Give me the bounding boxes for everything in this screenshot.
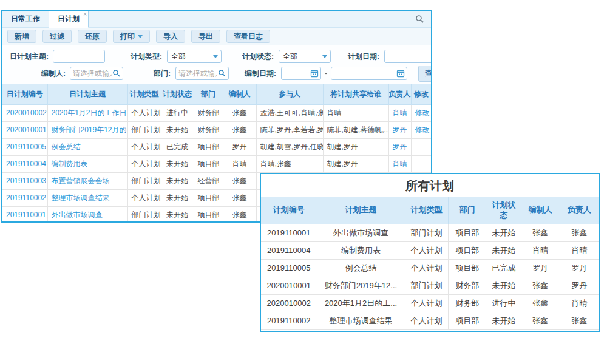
plan-subject[interactable]: 财务部门2019年12月的... — [47, 121, 127, 138]
owner-header: 负责人 — [560, 197, 599, 224]
author: 肖晴 — [223, 155, 256, 172]
plan-id[interactable]: 2020010002 — [2, 104, 47, 121]
plan-status-header: 计划状态 — [487, 197, 521, 224]
plan-status: 已完成 — [161, 138, 194, 155]
plan-type: 部门计划 — [127, 172, 161, 189]
plan-id[interactable]: 2019110005 — [2, 138, 47, 155]
toolbar: 新增 过滤 还原 打印 导入 导出 查看日志 — [2, 28, 431, 46]
plan-type: 个人计划 — [405, 294, 448, 312]
department-header: 部门 — [448, 197, 487, 224]
owner[interactable]: 肖晴 — [388, 104, 411, 121]
plan-subject[interactable]: 布置营销展会会场 — [47, 172, 127, 189]
plan-type: 个人计划 — [127, 155, 161, 172]
calendar-icon[interactable] — [310, 69, 319, 78]
filter-row-1: 日计划主题: 计划类型: 全部 计划状态: 全部 计划日期: — [2, 48, 431, 65]
tab-close-icon[interactable]: × — [83, 11, 87, 18]
table-row: 2019110002整理市场调查结果个人计划项目部未开始张鑫张鑫 — [261, 312, 599, 329]
plan-type: 个人计划 — [405, 241, 448, 259]
plan-id-header: 日计划编号 — [2, 84, 47, 104]
table-row: 2019110005例会总结个人计划已完成项目部罗丹胡建,胡雪,罗丹,任晓...… — [2, 138, 431, 155]
participants-header: 参与人 — [256, 84, 323, 104]
plan-subject: 外出做市场调查 — [317, 224, 405, 241]
plan-id[interactable]: 2019110001 — [2, 206, 47, 223]
plan-type-label: 计划类型: — [131, 52, 162, 62]
plan-subject[interactable]: 例会总结 — [47, 138, 127, 155]
participants: 肖晴,张鑫 — [256, 155, 323, 172]
magnifier-icon[interactable] — [218, 69, 226, 78]
filter-row-2: 编制人: 部门: 编制日期: — [2, 65, 431, 82]
restore-button[interactable]: 还原 — [78, 30, 107, 43]
edit-action-header: 修改 — [411, 84, 431, 104]
plan-id: 2019110002 — [261, 312, 317, 329]
participants: 胡建,胡雪,罗丹,任晓... — [256, 138, 323, 155]
plan-id: 2019110004 — [261, 241, 317, 259]
subject-input[interactable] — [53, 50, 105, 63]
owner[interactable]: 肖晴 — [388, 155, 411, 172]
tab-daily-plan[interactable]: 日计划 × — [49, 10, 89, 28]
date-range-separator: - — [325, 69, 327, 78]
author: 罗丹 — [521, 259, 560, 277]
plan-status: 未开始 — [487, 241, 521, 259]
edit-action[interactable]: 修改 — [411, 104, 431, 121]
plan-id[interactable]: 2019110003 — [2, 172, 47, 189]
chevron-down-icon — [322, 55, 327, 58]
plan-date-label: 计划日期: — [348, 52, 379, 62]
author: 张鑫 — [223, 206, 256, 223]
plan-type: 个人计划 — [405, 259, 448, 277]
owner[interactable]: 罗丹 — [388, 138, 411, 155]
plan-subject[interactable]: 编制费用表 — [47, 155, 127, 172]
plan-id[interactable]: 2019110002 — [2, 189, 47, 206]
edit-action[interactable]: 修改 — [411, 121, 431, 138]
plan-id[interactable]: 2020010001 — [2, 121, 47, 138]
plan-id: 2020010001 — [261, 277, 317, 294]
popup-title: 所有计划 — [261, 174, 599, 197]
author-header: 编制人 — [521, 197, 560, 224]
department: 财务部 — [448, 277, 487, 294]
plan-subject-header: 日计划主题 — [47, 84, 127, 104]
plan-id: 2020010002 — [261, 294, 317, 312]
plan-status: 未开始 — [487, 277, 521, 294]
plan-subject[interactable]: 整理市场调查结果 — [47, 189, 127, 206]
import-button[interactable]: 导入 — [156, 30, 185, 43]
plan-type-header: 计划类型 — [127, 84, 161, 104]
shared-with: 肖晴 — [323, 104, 388, 121]
author: 张鑫 — [521, 277, 560, 294]
plan-subject: 整理市场调查结果 — [317, 312, 405, 329]
search-button[interactable]: 查询 — [418, 66, 431, 82]
chevron-down-icon — [138, 35, 143, 38]
calendar-icon[interactable] — [396, 69, 405, 78]
all-plans-table: 计划编号计划主题计划类型部门计划状态编制人负责人2019110001外出做市场调… — [261, 197, 599, 330]
tab-daily-work[interactable]: 日常工作 — [2, 10, 49, 27]
plan-status: 未开始 — [161, 121, 194, 138]
department: 项目部 — [194, 155, 223, 172]
magnifier-icon[interactable] — [112, 69, 121, 78]
plan-subject[interactable]: 2020年1月2日的工作日... — [47, 104, 127, 121]
plan-type-select[interactable]: 全部 — [167, 50, 222, 63]
view-log-button[interactable]: 查看日志 — [226, 30, 270, 43]
header-row: 计划编号计划主题计划类型部门计划状态编制人负责人 — [261, 197, 599, 224]
tab-daily-plan-label: 日计划 — [58, 15, 80, 23]
department: 经营部 — [194, 172, 223, 189]
owner: 张鑫 — [560, 312, 599, 329]
plan-id[interactable]: 2019110004 — [2, 155, 47, 172]
department: 项目部 — [448, 312, 487, 329]
edit-action — [411, 138, 431, 155]
plan-id: 2019110005 — [261, 259, 317, 277]
plan-status-label: 计划状态: — [242, 52, 274, 62]
owner: 肖晴 — [560, 294, 599, 312]
export-button[interactable]: 导出 — [191, 30, 220, 43]
plan-status: 进行中 — [487, 294, 521, 312]
add-button[interactable]: 新增 — [7, 30, 36, 43]
plan-date-from-input[interactable] — [384, 50, 431, 63]
plan-status-select[interactable]: 全部 — [279, 50, 331, 63]
print-button[interactable]: 打印 — [113, 30, 150, 43]
search-tools-icon[interactable] — [415, 15, 425, 24]
shared-with: 胡建,罗丹 — [323, 155, 388, 172]
department: 项目部 — [448, 241, 487, 259]
plan-subject[interactable]: 外出做市场调查 — [47, 206, 127, 223]
filter-button[interactable]: 过滤 — [42, 30, 72, 43]
table-row: 2019110005例会总结个人计划项目部已完成罗丹罗丹 — [261, 259, 599, 277]
table-row: 2020010001财务部门2019年12...部门计划财务部未开始张鑫罗丹 — [261, 277, 599, 294]
all-plans-popup: 所有计划 计划编号计划主题计划类型部门计划状态编制人负责人2019110001外… — [260, 173, 600, 332]
owner[interactable]: 罗丹 — [388, 121, 411, 138]
